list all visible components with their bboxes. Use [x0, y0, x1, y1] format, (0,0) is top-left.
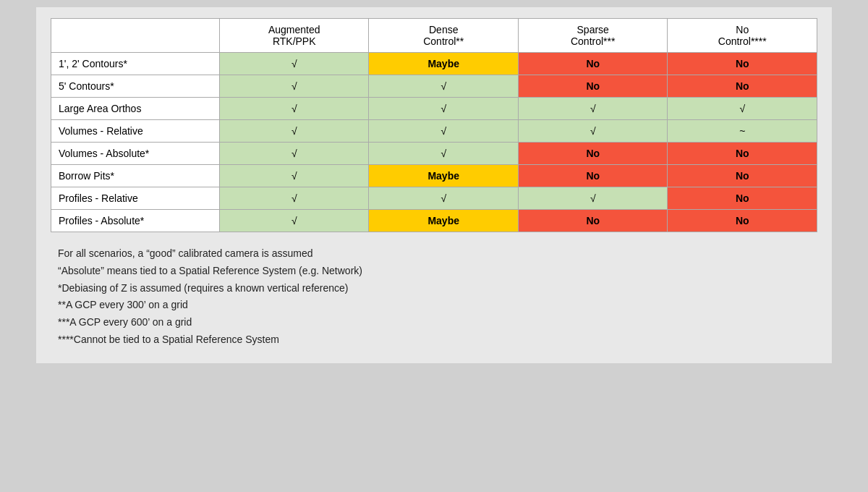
cell-no: No: [668, 165, 817, 187]
header-augmented: Augmented RTK/PPK: [219, 19, 369, 53]
main-container: Augmented RTK/PPK Dense Control** Sparse…: [36, 7, 832, 363]
cell-sparse: √: [518, 187, 668, 210]
header-dense-line2: Control**: [423, 35, 464, 47]
table-row: Volumes - Absolute*√√NoNo: [51, 143, 817, 165]
table-row: Volumes - Relative√√√~: [51, 120, 817, 143]
cell-sparse: No: [518, 143, 668, 165]
header-dense: Dense Control**: [369, 19, 519, 53]
cell-augmented: √: [219, 210, 369, 232]
cell-sparse: No: [518, 210, 668, 232]
row-label: Profiles - Absolute*: [51, 210, 220, 232]
cell-augmented: √: [219, 143, 369, 165]
row-label: Profiles - Relative: [51, 187, 220, 210]
cell-augmented: √: [219, 53, 369, 75]
table-row: Borrow Pits*√MaybeNoNo: [51, 165, 817, 187]
header-dense-line1: Dense: [429, 24, 458, 35]
header-no: No Control****: [668, 19, 817, 53]
cell-no: No: [668, 143, 817, 165]
row-label: Large Area Orthos: [51, 98, 220, 120]
note-line: ****Cannot be tied to a Spatial Referenc…: [58, 331, 817, 349]
note-line: For all scenarios, a “good” calibrated c…: [58, 245, 817, 263]
cell-no: No: [668, 210, 817, 232]
cell-augmented: √: [219, 165, 369, 187]
header-sparse-line1: Sparse: [577, 24, 609, 35]
cell-augmented: √: [219, 98, 369, 120]
note-line: *Debiasing of Z is assumed (requires a k…: [58, 280, 817, 297]
comparison-table: Augmented RTK/PPK Dense Control** Sparse…: [51, 18, 817, 232]
cell-sparse: No: [518, 75, 668, 98]
cell-no: ~: [668, 120, 817, 143]
cell-no: √: [668, 98, 817, 120]
table-row: Profiles - Absolute*√MaybeNoNo: [51, 210, 817, 232]
cell-dense: Maybe: [369, 53, 519, 75]
row-label: 5' Contours*: [51, 75, 220, 98]
header-no-line1: No: [736, 24, 749, 35]
header-no-line2: Control****: [718, 35, 767, 47]
cell-no: No: [668, 187, 817, 210]
note-line: ***A GCP every 600’ on a grid: [58, 314, 817, 331]
cell-dense: √: [369, 75, 519, 98]
header-augmented-line2: RTK/PPK: [273, 35, 316, 47]
cell-sparse: No: [518, 165, 668, 187]
cell-dense: Maybe: [369, 165, 519, 187]
note-line: “Absolute” means tied to a Spatial Refer…: [58, 263, 817, 280]
cell-dense: Maybe: [369, 210, 519, 232]
cell-no: No: [668, 75, 817, 98]
cell-sparse: √: [518, 98, 668, 120]
table-row: Profiles - Relative√√√No: [51, 187, 817, 210]
table-row: 1', 2' Contours*√MaybeNoNo: [51, 53, 817, 75]
header-sparse: Sparse Control***: [518, 19, 668, 53]
row-label: Volumes - Relative: [51, 120, 220, 143]
row-label: Borrow Pits*: [51, 165, 220, 187]
cell-sparse: No: [518, 53, 668, 75]
note-line: **A GCP every 300’ on a grid: [58, 297, 817, 314]
table-row: Large Area Orthos√√√√: [51, 98, 817, 120]
cell-augmented: √: [219, 120, 369, 143]
cell-dense: √: [369, 120, 519, 143]
cell-sparse: √: [518, 120, 668, 143]
header-empty: [51, 19, 220, 53]
cell-dense: √: [369, 143, 519, 165]
cell-dense: √: [369, 187, 519, 210]
cell-dense: √: [369, 98, 519, 120]
table-row: 5' Contours*√√NoNo: [51, 75, 817, 98]
header-sparse-line2: Control***: [571, 35, 615, 47]
row-label: Volumes - Absolute*: [51, 143, 220, 165]
header-augmented-line1: Augmented: [268, 24, 320, 35]
notes-section: For all scenarios, a “good” calibrated c…: [51, 245, 817, 349]
cell-no: No: [668, 53, 817, 75]
row-label: 1', 2' Contours*: [51, 53, 220, 75]
cell-augmented: √: [219, 75, 369, 98]
cell-augmented: √: [219, 187, 369, 210]
